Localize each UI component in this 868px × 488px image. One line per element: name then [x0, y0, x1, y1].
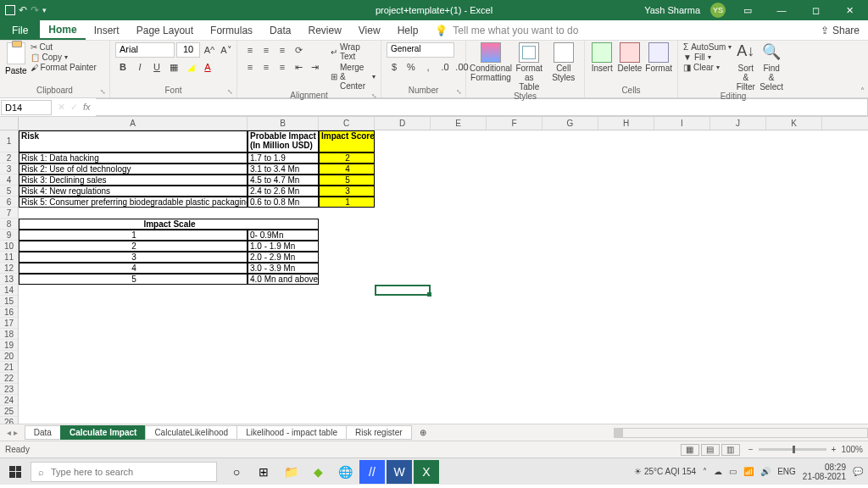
col-header-H[interactable]: H	[598, 117, 654, 130]
number-format-select[interactable]: General	[387, 42, 454, 58]
add-sheet-button[interactable]: ⊕	[411, 426, 428, 439]
currency-button[interactable]: $	[387, 59, 402, 75]
row-header-23[interactable]: 23	[0, 384, 18, 395]
merge-center-button[interactable]: ⊞Merge & Center ▾	[331, 63, 376, 91]
indent-inc-button[interactable]: ⇥	[307, 59, 322, 75]
page-layout-view-button[interactable]: ▤	[701, 444, 720, 456]
cell-B1[interactable]: Probable Impact (In Million USD)	[248, 130, 319, 152]
cell-A2[interactable]: Risk 1: Data hacking	[19, 152, 248, 164]
col-header-B[interactable]: B	[248, 117, 319, 130]
tab-home[interactable]: Home	[40, 20, 85, 40]
excel-icon[interactable]: X	[414, 460, 439, 484]
row-header-15[interactable]: 15	[0, 296, 18, 307]
cell-A4[interactable]: Risk 3: Declining sales	[19, 175, 248, 186]
tab-page-layout[interactable]: Page Layout	[128, 20, 202, 40]
app-icon-2[interactable]: //	[359, 460, 385, 484]
font-name-select[interactable]: Arial	[115, 42, 175, 58]
cell-B13[interactable]: 4.0 Mn and above	[248, 274, 319, 285]
col-header-A[interactable]: A	[19, 117, 248, 130]
col-header-J[interactable]: J	[710, 117, 766, 130]
tab-insert[interactable]: Insert	[86, 20, 128, 40]
cancel-formula-icon[interactable]: ✕	[58, 102, 65, 113]
increase-font-button[interactable]: A^	[202, 42, 217, 58]
cell-A13[interactable]: 5	[19, 274, 248, 285]
word-icon[interactable]: W	[387, 460, 412, 484]
cell-B2[interactable]: 1.7 to 1.9	[248, 152, 319, 164]
paste-button[interactable]: Paste	[5, 42, 27, 75]
orientation-button[interactable]: ⟳	[291, 42, 306, 58]
col-header-I[interactable]: I	[654, 117, 710, 130]
conditional-formatting-button[interactable]: Conditional Formatting	[471, 42, 510, 82]
cell-C2[interactable]: 2	[319, 152, 375, 164]
cell-A12[interactable]: 4	[19, 263, 248, 274]
find-select-button[interactable]: 🔍Find & Select	[760, 42, 783, 92]
tab-review[interactable]: Review	[299, 20, 349, 40]
col-header-G[interactable]: G	[542, 117, 598, 130]
cell-A3[interactable]: Risk 2: Use of old technology	[19, 164, 248, 175]
weather-widget[interactable]: ☀ 25°C AQI 154	[634, 467, 696, 476]
tab-view[interactable]: View	[350, 20, 389, 40]
spreadsheet-grid[interactable]: ABCDEFGHIJK 1234567891011121314151617181…	[0, 117, 868, 424]
col-header-C[interactable]: C	[319, 117, 375, 130]
cortana-icon[interactable]: ○	[224, 460, 249, 484]
row-header-19[interactable]: 19	[0, 340, 18, 351]
clock[interactable]: 08:29 21-08-2021	[803, 463, 846, 481]
decrease-font-button[interactable]: A˅	[219, 42, 234, 58]
cell-B11[interactable]: 2.0 - 2.9 Mn	[248, 252, 319, 263]
user-avatar[interactable]: YS	[710, 3, 726, 18]
clear-button[interactable]: ◨Clear ▾	[683, 63, 732, 72]
cell-C3[interactable]: 4	[319, 164, 375, 175]
sheet-tab-likelihood---impact-table[interactable]: Likelihood - impact table	[236, 425, 347, 440]
row-header-3[interactable]: 3	[0, 164, 18, 175]
close-icon[interactable]: ✕	[837, 5, 861, 16]
format-cells-button[interactable]: Format	[645, 42, 672, 73]
sheet-tab-data[interactable]: Data	[25, 425, 61, 440]
tab-help[interactable]: Help	[389, 20, 427, 40]
align-top-button[interactable]: ≡	[242, 42, 258, 58]
volume-icon[interactable]: 🔊	[760, 467, 771, 476]
tab-file[interactable]: File	[0, 20, 40, 40]
taskbar-search[interactable]: ⌕ Type here to search	[31, 462, 217, 482]
tab-formulas[interactable]: Formulas	[202, 20, 261, 40]
font-color-button[interactable]: A	[200, 59, 215, 75]
cell-B3[interactable]: 3.1 to 3.4 Mn	[248, 164, 319, 175]
bold-button[interactable]: B	[115, 59, 131, 75]
select-all-corner[interactable]	[0, 117, 19, 130]
percent-button[interactable]: %	[403, 59, 419, 75]
insert-cells-button[interactable]: Insert	[590, 42, 614, 73]
start-button[interactable]	[0, 458, 31, 485]
align-right-button[interactable]: ≡	[275, 59, 290, 75]
notifications-icon[interactable]: 💬	[853, 467, 863, 476]
tray-chevron-icon[interactable]: ˄	[703, 467, 707, 476]
name-box[interactable]: D14	[1, 100, 52, 115]
sheet-tab-calculatelikelihood[interactable]: CalculateLikelihood	[145, 425, 237, 440]
comma-button[interactable]: ,	[420, 59, 436, 75]
cell-styles-button[interactable]: Cell Styles	[548, 42, 580, 82]
save-icon[interactable]	[5, 5, 15, 15]
cell-B12[interactable]: 3.0 - 3.9 Mn	[248, 263, 319, 274]
copy-button[interactable]: Copy ▾	[31, 53, 97, 62]
col-header-F[interactable]: F	[487, 117, 542, 130]
cell-A6[interactable]: Risk 5: Consumer preferring biodegradabl…	[19, 197, 248, 208]
sheet-tab-risk-register[interactable]: Risk register	[346, 425, 412, 440]
row-header-7[interactable]: 7	[0, 208, 18, 219]
app-icon-1[interactable]: ◆	[305, 460, 331, 484]
cell-A1[interactable]: Risk	[19, 130, 248, 152]
align-left-button[interactable]: ≡	[242, 59, 258, 75]
minimize-icon[interactable]: —	[770, 5, 793, 15]
meet-now-icon[interactable]: ▭	[729, 467, 737, 476]
underline-button[interactable]: U	[149, 59, 164, 75]
wifi-icon[interactable]: 📶	[743, 467, 754, 476]
font-size-select[interactable]: 10	[176, 42, 200, 58]
row-header-25[interactable]: 25	[0, 406, 18, 417]
cell-B5[interactable]: 2.4 to 2.6 Mn	[248, 186, 319, 197]
row-header-18[interactable]: 18	[0, 329, 18, 340]
file-explorer-icon[interactable]: 📁	[278, 460, 303, 484]
qat-more-icon[interactable]: ▾	[42, 6, 47, 14]
row-header-17[interactable]: 17	[0, 318, 18, 329]
cell-A9[interactable]: 1	[19, 230, 248, 241]
horizontal-scrollbar[interactable]	[614, 428, 868, 438]
row-header-2[interactable]: 2	[0, 152, 18, 164]
undo-icon[interactable]: ↶	[19, 4, 27, 16]
italic-button[interactable]: I	[132, 59, 147, 75]
